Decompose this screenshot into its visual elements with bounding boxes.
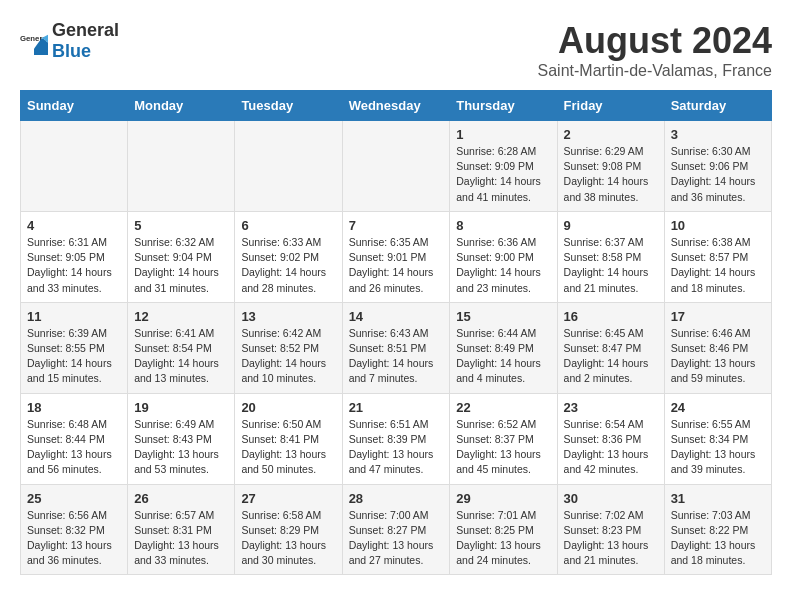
- day-info: Sunrise: 6:32 AM Sunset: 9:04 PM Dayligh…: [134, 235, 228, 296]
- day-info: Sunrise: 6:29 AM Sunset: 9:08 PM Dayligh…: [564, 144, 658, 205]
- day-number: 25: [27, 491, 121, 506]
- week-row-5: 25Sunrise: 6:56 AM Sunset: 8:32 PM Dayli…: [21, 484, 772, 575]
- day-info: Sunrise: 6:45 AM Sunset: 8:47 PM Dayligh…: [564, 326, 658, 387]
- day-info: Sunrise: 6:43 AM Sunset: 8:51 PM Dayligh…: [349, 326, 444, 387]
- column-header-monday: Monday: [128, 91, 235, 121]
- day-cell: 13Sunrise: 6:42 AM Sunset: 8:52 PM Dayli…: [235, 302, 342, 393]
- day-info: Sunrise: 6:56 AM Sunset: 8:32 PM Dayligh…: [27, 508, 121, 569]
- day-cell: 14Sunrise: 6:43 AM Sunset: 8:51 PM Dayli…: [342, 302, 450, 393]
- day-cell: 29Sunrise: 7:01 AM Sunset: 8:25 PM Dayli…: [450, 484, 557, 575]
- day-number: 28: [349, 491, 444, 506]
- calendar-table: SundayMondayTuesdayWednesdayThursdayFrid…: [20, 90, 772, 575]
- day-number: 23: [564, 400, 658, 415]
- day-number: 16: [564, 309, 658, 324]
- day-cell: 5Sunrise: 6:32 AM Sunset: 9:04 PM Daylig…: [128, 211, 235, 302]
- day-cell: 31Sunrise: 7:03 AM Sunset: 8:22 PM Dayli…: [664, 484, 771, 575]
- day-number: 29: [456, 491, 550, 506]
- day-cell: 19Sunrise: 6:49 AM Sunset: 8:43 PM Dayli…: [128, 393, 235, 484]
- day-cell: 12Sunrise: 6:41 AM Sunset: 8:54 PM Dayli…: [128, 302, 235, 393]
- day-number: 13: [241, 309, 335, 324]
- day-cell: [235, 121, 342, 212]
- day-cell: [342, 121, 450, 212]
- day-number: 22: [456, 400, 550, 415]
- day-cell: 9Sunrise: 6:37 AM Sunset: 8:58 PM Daylig…: [557, 211, 664, 302]
- day-number: 31: [671, 491, 765, 506]
- column-header-saturday: Saturday: [664, 91, 771, 121]
- day-number: 10: [671, 218, 765, 233]
- day-info: Sunrise: 6:28 AM Sunset: 9:09 PM Dayligh…: [456, 144, 550, 205]
- day-number: 27: [241, 491, 335, 506]
- day-number: 6: [241, 218, 335, 233]
- day-info: Sunrise: 6:42 AM Sunset: 8:52 PM Dayligh…: [241, 326, 335, 387]
- day-info: Sunrise: 6:52 AM Sunset: 8:37 PM Dayligh…: [456, 417, 550, 478]
- week-row-3: 11Sunrise: 6:39 AM Sunset: 8:55 PM Dayli…: [21, 302, 772, 393]
- day-info: Sunrise: 7:00 AM Sunset: 8:27 PM Dayligh…: [349, 508, 444, 569]
- day-cell: 28Sunrise: 7:00 AM Sunset: 8:27 PM Dayli…: [342, 484, 450, 575]
- logo-icon: General: [20, 27, 48, 55]
- day-cell: [128, 121, 235, 212]
- column-header-thursday: Thursday: [450, 91, 557, 121]
- day-number: 24: [671, 400, 765, 415]
- column-header-friday: Friday: [557, 91, 664, 121]
- day-cell: 11Sunrise: 6:39 AM Sunset: 8:55 PM Dayli…: [21, 302, 128, 393]
- day-cell: 8Sunrise: 6:36 AM Sunset: 9:00 PM Daylig…: [450, 211, 557, 302]
- day-info: Sunrise: 6:36 AM Sunset: 9:00 PM Dayligh…: [456, 235, 550, 296]
- title-area: August 2024 Saint-Martin-de-Valamas, Fra…: [538, 20, 772, 80]
- day-number: 9: [564, 218, 658, 233]
- day-cell: 30Sunrise: 7:02 AM Sunset: 8:23 PM Dayli…: [557, 484, 664, 575]
- day-cell: 7Sunrise: 6:35 AM Sunset: 9:01 PM Daylig…: [342, 211, 450, 302]
- day-number: 8: [456, 218, 550, 233]
- day-number: 5: [134, 218, 228, 233]
- day-info: Sunrise: 6:39 AM Sunset: 8:55 PM Dayligh…: [27, 326, 121, 387]
- header-row: SundayMondayTuesdayWednesdayThursdayFrid…: [21, 91, 772, 121]
- day-info: Sunrise: 6:57 AM Sunset: 8:31 PM Dayligh…: [134, 508, 228, 569]
- week-row-4: 18Sunrise: 6:48 AM Sunset: 8:44 PM Dayli…: [21, 393, 772, 484]
- day-cell: 20Sunrise: 6:50 AM Sunset: 8:41 PM Dayli…: [235, 393, 342, 484]
- day-number: 19: [134, 400, 228, 415]
- day-cell: 15Sunrise: 6:44 AM Sunset: 8:49 PM Dayli…: [450, 302, 557, 393]
- day-number: 14: [349, 309, 444, 324]
- day-number: 17: [671, 309, 765, 324]
- day-cell: 22Sunrise: 6:52 AM Sunset: 8:37 PM Dayli…: [450, 393, 557, 484]
- day-number: 21: [349, 400, 444, 415]
- day-cell: [21, 121, 128, 212]
- day-cell: 17Sunrise: 6:46 AM Sunset: 8:46 PM Dayli…: [664, 302, 771, 393]
- column-header-wednesday: Wednesday: [342, 91, 450, 121]
- day-cell: 25Sunrise: 6:56 AM Sunset: 8:32 PM Dayli…: [21, 484, 128, 575]
- day-info: Sunrise: 7:02 AM Sunset: 8:23 PM Dayligh…: [564, 508, 658, 569]
- day-info: Sunrise: 6:49 AM Sunset: 8:43 PM Dayligh…: [134, 417, 228, 478]
- day-cell: 16Sunrise: 6:45 AM Sunset: 8:47 PM Dayli…: [557, 302, 664, 393]
- day-number: 3: [671, 127, 765, 142]
- day-number: 1: [456, 127, 550, 142]
- day-cell: 27Sunrise: 6:58 AM Sunset: 8:29 PM Dayli…: [235, 484, 342, 575]
- day-number: 7: [349, 218, 444, 233]
- day-cell: 2Sunrise: 6:29 AM Sunset: 9:08 PM Daylig…: [557, 121, 664, 212]
- day-cell: 21Sunrise: 6:51 AM Sunset: 8:39 PM Dayli…: [342, 393, 450, 484]
- week-row-1: 1Sunrise: 6:28 AM Sunset: 9:09 PM Daylig…: [21, 121, 772, 212]
- day-info: Sunrise: 6:37 AM Sunset: 8:58 PM Dayligh…: [564, 235, 658, 296]
- day-info: Sunrise: 6:55 AM Sunset: 8:34 PM Dayligh…: [671, 417, 765, 478]
- main-title: August 2024: [538, 20, 772, 62]
- day-cell: 1Sunrise: 6:28 AM Sunset: 9:09 PM Daylig…: [450, 121, 557, 212]
- day-info: Sunrise: 6:38 AM Sunset: 8:57 PM Dayligh…: [671, 235, 765, 296]
- day-info: Sunrise: 6:41 AM Sunset: 8:54 PM Dayligh…: [134, 326, 228, 387]
- column-header-sunday: Sunday: [21, 91, 128, 121]
- day-info: Sunrise: 6:30 AM Sunset: 9:06 PM Dayligh…: [671, 144, 765, 205]
- day-cell: 6Sunrise: 6:33 AM Sunset: 9:02 PM Daylig…: [235, 211, 342, 302]
- day-info: Sunrise: 6:46 AM Sunset: 8:46 PM Dayligh…: [671, 326, 765, 387]
- day-cell: 4Sunrise: 6:31 AM Sunset: 9:05 PM Daylig…: [21, 211, 128, 302]
- day-cell: 23Sunrise: 6:54 AM Sunset: 8:36 PM Dayli…: [557, 393, 664, 484]
- day-info: Sunrise: 6:44 AM Sunset: 8:49 PM Dayligh…: [456, 326, 550, 387]
- header: General General Blue August 2024 Saint-M…: [20, 20, 772, 80]
- day-info: Sunrise: 6:51 AM Sunset: 8:39 PM Dayligh…: [349, 417, 444, 478]
- day-info: Sunrise: 6:35 AM Sunset: 9:01 PM Dayligh…: [349, 235, 444, 296]
- day-number: 2: [564, 127, 658, 142]
- day-info: Sunrise: 6:33 AM Sunset: 9:02 PM Dayligh…: [241, 235, 335, 296]
- day-number: 15: [456, 309, 550, 324]
- day-number: 26: [134, 491, 228, 506]
- day-info: Sunrise: 6:54 AM Sunset: 8:36 PM Dayligh…: [564, 417, 658, 478]
- day-number: 18: [27, 400, 121, 415]
- logo: General General Blue: [20, 20, 119, 62]
- logo-general: General: [52, 20, 119, 40]
- week-row-2: 4Sunrise: 6:31 AM Sunset: 9:05 PM Daylig…: [21, 211, 772, 302]
